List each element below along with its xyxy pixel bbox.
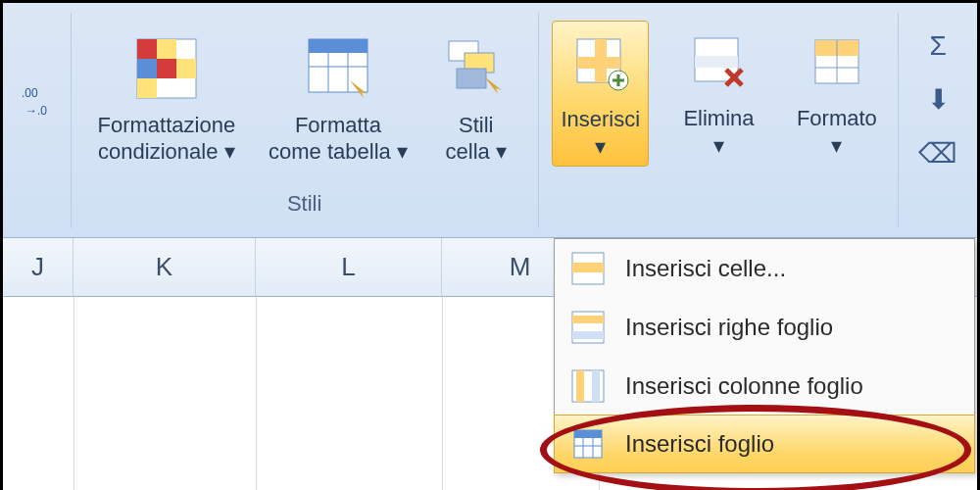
format-as-table-button[interactable]: Formatta come tabella ▾	[261, 27, 416, 172]
svg-rect-16	[457, 69, 486, 88]
svg-text:.00: .00	[22, 86, 38, 100]
editing-group: Σ ⬇ ⌫	[899, 13, 977, 228]
number-group: .00→.0	[13, 13, 72, 228]
conditional-formatting-icon	[131, 33, 202, 104]
svg-rect-6	[157, 59, 176, 78]
svg-rect-32	[572, 263, 604, 272]
insert-button[interactable]: Inserisci ▾	[552, 21, 649, 167]
format-button-label: Formato ▾	[797, 105, 877, 159]
svg-rect-19	[595, 39, 607, 82]
svg-rect-3	[137, 39, 157, 59]
svg-rect-34	[572, 316, 604, 323]
insert-columns-icon	[568, 367, 608, 406]
menu-item-insert-rows[interactable]: Inserisci righe foglio	[555, 298, 974, 357]
clear-icon[interactable]: ⌫	[918, 137, 957, 170]
menu-item-label: Inserisci colonne foglio	[625, 372, 863, 400]
svg-rect-40	[574, 430, 602, 438]
svg-text:→.0: →.0	[25, 104, 47, 118]
menu-item-label: Inserisci righe foglio	[625, 314, 833, 341]
conditional-formatting-label: Formattazione condizionale ▾	[98, 112, 236, 166]
column-header[interactable]: L	[256, 238, 442, 296]
autosum-icon[interactable]: Σ	[930, 30, 947, 62]
cell-styles-button[interactable]: Stili cella ▾	[433, 27, 519, 172]
ribbon: .00→.0	[3, 3, 977, 238]
decrease-decimal-icon[interactable]: .00→.0	[20, 79, 63, 122]
insert-cells-icon	[568, 249, 608, 288]
menu-item-label: Inserisci celle...	[625, 255, 786, 282]
cells-group: Inserisci ▾ Elimina ▾	[539, 13, 900, 228]
format-icon	[802, 26, 872, 97]
menu-item-insert-columns[interactable]: Inserisci colonne foglio	[555, 357, 974, 416]
styles-group-label: Stili	[72, 185, 538, 228]
format-button[interactable]: Formato ▾	[789, 21, 885, 165]
cell-styles-icon	[441, 33, 512, 104]
delete-button-label: Elimina ▾	[683, 105, 754, 159]
menu-item-insert-sheet[interactable]: Inserisci foglio	[554, 415, 975, 473]
svg-rect-4	[157, 39, 176, 59]
insert-button-label: Inserisci ▾	[561, 106, 640, 160]
menu-item-label: Inserisci foglio	[625, 430, 774, 458]
delete-icon	[683, 26, 754, 97]
app-window: .00→.0	[0, 0, 980, 490]
column-header[interactable]: J	[3, 238, 74, 296]
svg-rect-38	[592, 370, 600, 402]
svg-rect-37	[576, 370, 584, 402]
format-as-table-icon	[303, 33, 373, 104]
fill-icon[interactable]: ⬇	[927, 83, 950, 116]
styles-group: Formattazione condizionale ▾ Form	[72, 13, 539, 228]
conditional-formatting-button[interactable]: Formattazione condizionale ▾	[90, 27, 244, 172]
svg-rect-10	[309, 39, 368, 53]
menu-item-insert-cells[interactable]: Inserisci celle...	[555, 239, 974, 298]
svg-rect-24	[695, 56, 738, 68]
svg-rect-7	[176, 59, 196, 78]
format-as-table-label: Formatta come tabella ▾	[269, 112, 408, 166]
insert-rows-icon	[568, 308, 608, 347]
insert-icon	[565, 27, 636, 98]
svg-rect-5	[137, 59, 157, 78]
delete-button[interactable]: Elimina ▾	[675, 21, 761, 165]
svg-rect-35	[572, 331, 604, 339]
insert-dropdown-menu: Inserisci celle... Inserisci righe fogli…	[554, 238, 975, 473]
svg-rect-8	[137, 78, 157, 98]
cell-styles-label: Stili cella ▾	[446, 112, 507, 166]
insert-sheet-icon	[568, 424, 608, 464]
column-header[interactable]: K	[74, 238, 256, 296]
